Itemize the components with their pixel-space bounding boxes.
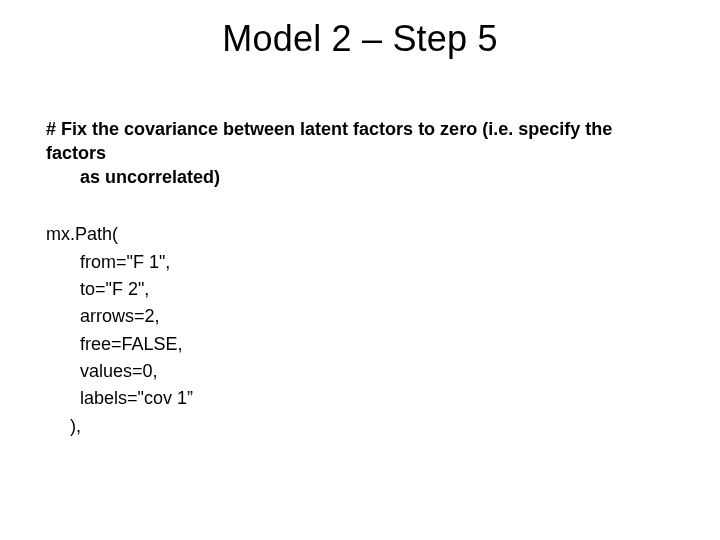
slide: Model 2 – Step 5 # Fix the covariance be… — [0, 0, 720, 540]
code-arg-labels: labels="cov 1” — [46, 385, 672, 412]
comment-block: # Fix the covariance between latent fact… — [46, 118, 672, 189]
code-arg-free: free=FALSE, — [46, 331, 672, 358]
comment-line-1: # Fix the covariance between latent fact… — [46, 119, 612, 163]
code-close: ), — [46, 413, 672, 440]
slide-title: Model 2 – Step 5 — [0, 18, 720, 60]
code-arg-arrows: arrows=2, — [46, 303, 672, 330]
code-block: mx.Path( from="F 1", to="F 2", arrows=2,… — [46, 221, 672, 440]
slide-body: # Fix the covariance between latent fact… — [46, 118, 672, 440]
code-arg-from: from="F 1", — [46, 249, 672, 276]
code-arg-to: to="F 2", — [46, 276, 672, 303]
comment-line-2: as uncorrelated) — [46, 166, 672, 190]
code-open: mx.Path( — [46, 224, 118, 244]
code-arg-values: values=0, — [46, 358, 672, 385]
